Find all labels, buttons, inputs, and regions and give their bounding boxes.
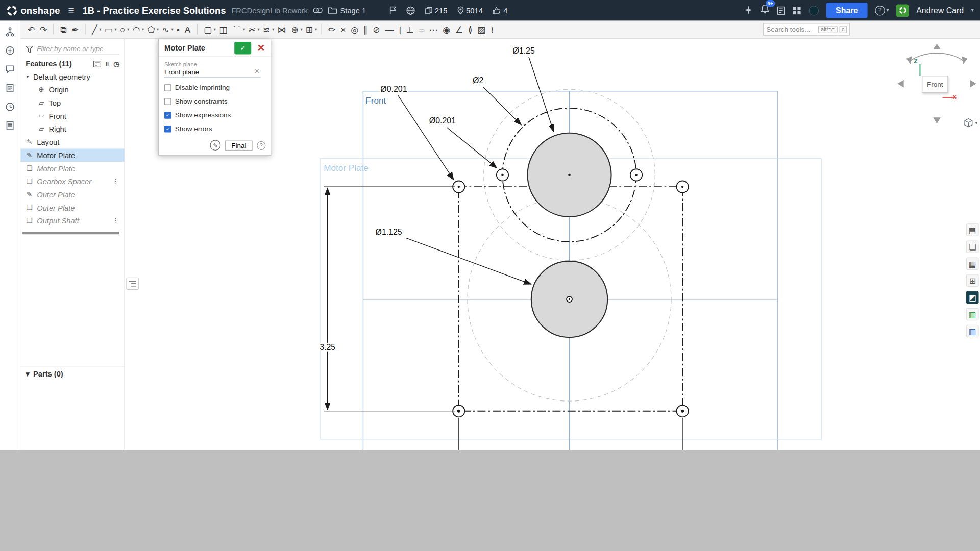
viewcube-front-face[interactable]: Front: [922, 76, 948, 93]
cancel-button[interactable]: ✕: [255, 42, 267, 54]
chevron-down-icon[interactable]: ▾: [99, 27, 101, 32]
style-brush-icon[interactable]: ✏: [327, 24, 338, 35]
offset-tool[interactable]: ≋▾: [261, 24, 274, 35]
circle-tool-icon[interactable]: ○: [118, 24, 127, 35]
search-tools-box[interactable]: alt/⌥ c: [763, 23, 850, 35]
intersection-curve-icon[interactable]: ≀: [488, 24, 496, 35]
checkbox-unchecked[interactable]: [164, 98, 171, 105]
report-icon[interactable]: [5, 120, 15, 131]
side-panel-icon-2[interactable]: ❏: [966, 240, 978, 253]
redo-icon[interactable]: ↷: [38, 24, 49, 35]
feature-item-output-shaft[interactable]: ❏ Output Shaft ⋮: [20, 214, 124, 228]
likes-stat[interactable]: 4: [493, 6, 507, 15]
share-button[interactable]: Share: [826, 3, 868, 18]
trim-tool-icon[interactable]: ✂: [247, 24, 258, 35]
rectangle-tool[interactable]: ▭▾: [103, 24, 117, 35]
tree-item-origin[interactable]: ⊕ Origin: [20, 83, 124, 96]
tree-item-right-plane[interactable]: ▱ Right: [20, 122, 124, 136]
checkbox-unchecked[interactable]: [164, 84, 171, 91]
onshape-logo[interactable]: onshape: [6, 5, 60, 16]
dimension-top-circle[interactable]: Ø1.25: [512, 46, 534, 55]
insert-icon[interactable]: [5, 45, 15, 56]
clear-selection-icon[interactable]: ✕: [253, 68, 261, 74]
slot-tool-icon[interactable]: ▢: [202, 24, 214, 35]
dialog-help-icon[interactable]: ?: [257, 141, 265, 149]
rectangle-tool-icon[interactable]: ▭: [103, 24, 115, 35]
slot-tool[interactable]: ▢▾: [202, 24, 216, 35]
construction-icon[interactable]: ×: [339, 24, 348, 35]
history-clock-icon[interactable]: ◷: [113, 60, 119, 68]
vertical-constraint-icon[interactable]: |: [397, 24, 403, 35]
dimension-vertical[interactable]: 3.25: [320, 343, 335, 352]
point-tool-icon[interactable]: •: [175, 24, 181, 35]
tree-item-top-plane[interactable]: ▱ Top: [20, 96, 124, 110]
line-tool[interactable]: ╱▾: [90, 24, 102, 35]
undo-icon[interactable]: ↶: [26, 24, 37, 35]
side-panel-icon-3[interactable]: ▦: [966, 257, 978, 269]
search-tools-input[interactable]: [766, 26, 816, 33]
chevron-down-icon[interactable]: ▾: [272, 27, 274, 32]
chevron-down-icon[interactable]: ▾: [25, 73, 30, 79]
dimension-lower-circle[interactable]: Ø1.125: [376, 228, 402, 236]
spline-tool[interactable]: ∿▾: [160, 24, 174, 35]
side-panel-icon-5[interactable]: ◩: [966, 291, 978, 304]
dimension-corner-hole[interactable]: Ø0.201: [380, 85, 407, 93]
concentric-constraint-icon[interactable]: ◎: [349, 24, 360, 35]
tree-group-default-geometry[interactable]: ▾ Default geometry: [20, 70, 124, 83]
side-panel-icon-6[interactable]: ▥: [966, 308, 978, 320]
hatch-icon[interactable]: ▨: [475, 24, 487, 35]
accept-button[interactable]: ✓: [235, 41, 252, 54]
dimension-bolt-hole[interactable]: Ø0.201: [429, 116, 456, 125]
chevron-down-icon[interactable]: ▾: [127, 27, 129, 32]
chevron-down-icon[interactable]: ▾: [243, 27, 245, 32]
feature-item-layout[interactable]: ✎ Layout: [20, 136, 124, 149]
view-cube[interactable]: Front Z X ▾: [893, 41, 980, 129]
circular-pattern-icon[interactable]: ⊛: [289, 24, 301, 35]
feature-item-outer-plate-sketch[interactable]: ✎ Outer Plate: [20, 188, 124, 202]
side-panel-icon-7[interactable]: ▥: [966, 325, 978, 337]
tangent-constraint-icon[interactable]: ⊘: [371, 24, 382, 35]
tree-item-front-plane[interactable]: ▱ Front: [20, 109, 124, 122]
arc-tool-icon[interactable]: ◠: [131, 24, 142, 35]
chevron-down-icon[interactable]: ▾: [157, 27, 159, 32]
checkbox-disable-imprinting[interactable]: Disable imprinting: [164, 81, 265, 94]
sketch-plane-input[interactable]: [164, 68, 253, 76]
user-menu-chevron-icon[interactable]: ▾: [971, 8, 974, 13]
polygon-tool-icon[interactable]: ⬠: [145, 24, 157, 35]
final-button[interactable]: Final: [225, 140, 253, 151]
document-list-icon[interactable]: [777, 6, 785, 15]
chevron-down-icon[interactable]: ▾: [115, 27, 117, 32]
perpendicular-constraint-icon[interactable]: ⊥: [404, 24, 415, 35]
chevron-down-icon[interactable]: ▾: [258, 27, 260, 32]
chevron-down-icon[interactable]: ▾: [214, 27, 216, 32]
app-grid-icon[interactable]: [793, 6, 801, 15]
linear-pattern-tool[interactable]: ⊞▾: [304, 24, 317, 35]
arc-tool[interactable]: ◠▾: [131, 24, 144, 35]
branch-selector[interactable]: Stage 1: [328, 6, 366, 15]
globe-icon[interactable]: [406, 6, 415, 15]
format-painter-icon[interactable]: ✒: [69, 24, 81, 35]
feature-list-options-icon[interactable]: [93, 60, 101, 67]
offset-tool-icon[interactable]: ≋: [261, 24, 272, 35]
checkbox-show-errors[interactable]: ✓ Show errors: [164, 122, 265, 136]
mirror-tool-icon[interactable]: ⋈: [276, 24, 288, 35]
copies-stat[interactable]: 215: [425, 6, 447, 15]
history-icon[interactable]: [5, 101, 15, 112]
status-circle-icon[interactable]: [808, 5, 819, 15]
equal-constraint-icon[interactable]: =: [417, 24, 426, 35]
comments-icon[interactable]: [5, 64, 15, 74]
fillet-tool[interactable]: ⌒▾: [231, 24, 246, 35]
magic-wand-icon[interactable]: [744, 6, 753, 15]
trim-tool[interactable]: ✂▾: [247, 24, 260, 35]
help-menu[interactable]: ? ▾: [875, 5, 889, 15]
follow-icon[interactable]: [5, 83, 15, 93]
midpoint-constraint-icon[interactable]: ⋯: [427, 24, 439, 35]
chevron-down-icon[interactable]: ▾: [172, 27, 174, 32]
flag-icon[interactable]: [389, 6, 396, 14]
text-tool-icon[interactable]: A: [183, 24, 192, 35]
user-avatar[interactable]: [896, 4, 909, 16]
main-menu-icon[interactable]: ≡: [66, 4, 77, 16]
horizontal-constraint-icon[interactable]: —: [383, 24, 396, 35]
fillet-tool-icon[interactable]: ⌒: [231, 24, 243, 35]
checkbox-checked[interactable]: ✓: [164, 112, 171, 118]
